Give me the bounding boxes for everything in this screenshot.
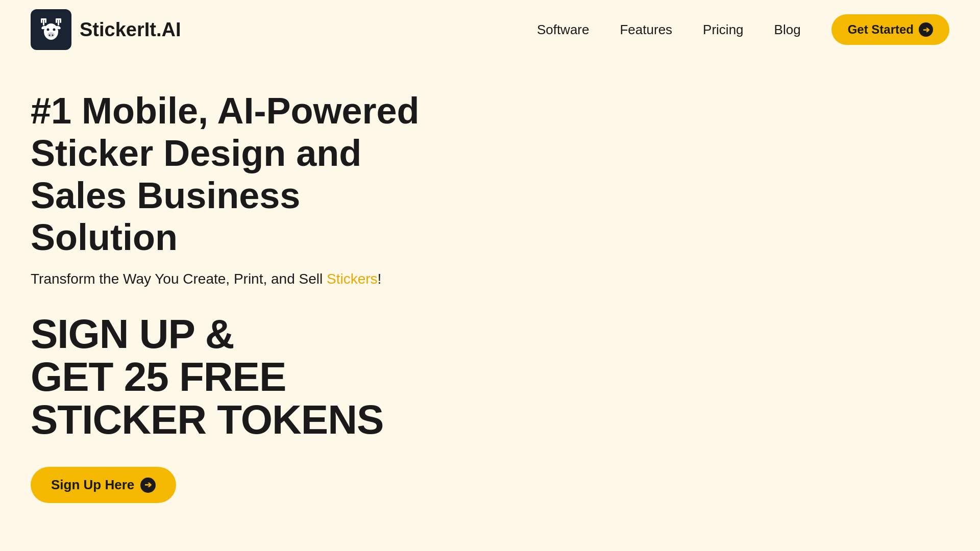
hero-section: #1 Mobile, AI-Powered Sticker Design and… xyxy=(0,59,459,544)
svg-rect-3 xyxy=(41,18,46,20)
sign-up-button[interactable]: Sign Up Here ➔ xyxy=(31,467,176,503)
service-features-section: Service Features StickerIt.AI is your pr… xyxy=(0,544,980,551)
hero-subtitle-highlight: Stickers xyxy=(327,271,378,287)
nav-item-software[interactable]: Software xyxy=(537,22,590,38)
hero-subtitle-plain: Transform the Way You Create, Print, and… xyxy=(31,271,327,287)
nav-item-features[interactable]: Features xyxy=(620,22,672,38)
svg-point-10 xyxy=(53,29,56,31)
svg-point-9 xyxy=(47,29,50,31)
hero-subtitle-end: ! xyxy=(378,271,382,287)
promo-line2: GET 25 FREE STICKER TOKENS xyxy=(31,356,429,441)
hero-title: #1 Mobile, AI-Powered Sticker Design and… xyxy=(31,90,429,259)
hero-subtitle: Transform the Way You Create, Print, and… xyxy=(31,271,429,287)
svg-point-13 xyxy=(52,35,54,36)
svg-rect-7 xyxy=(56,18,61,20)
promo-line1: SIGN UP & xyxy=(31,313,429,356)
svg-point-12 xyxy=(49,35,51,36)
logo-text: StickerIt.AI xyxy=(80,19,181,41)
nav-links: Software Features Pricing Blog xyxy=(537,22,801,38)
logo-icon xyxy=(31,9,71,50)
nav-item-pricing[interactable]: Pricing xyxy=(703,22,743,38)
svg-point-8 xyxy=(44,23,58,40)
logo-container[interactable]: StickerIt.AI xyxy=(31,9,181,50)
get-started-arrow-icon: ➔ xyxy=(919,22,933,37)
nav-item-blog[interactable]: Blog xyxy=(774,22,801,38)
get-started-button[interactable]: Get Started ➔ xyxy=(831,14,949,45)
sign-up-arrow-icon: ➔ xyxy=(140,478,156,493)
promo-section: SIGN UP & GET 25 FREE STICKER TOKENS xyxy=(31,313,429,441)
svg-point-11 xyxy=(47,32,55,37)
navbar: StickerIt.AI Software Features Pricing B… xyxy=(0,0,980,59)
